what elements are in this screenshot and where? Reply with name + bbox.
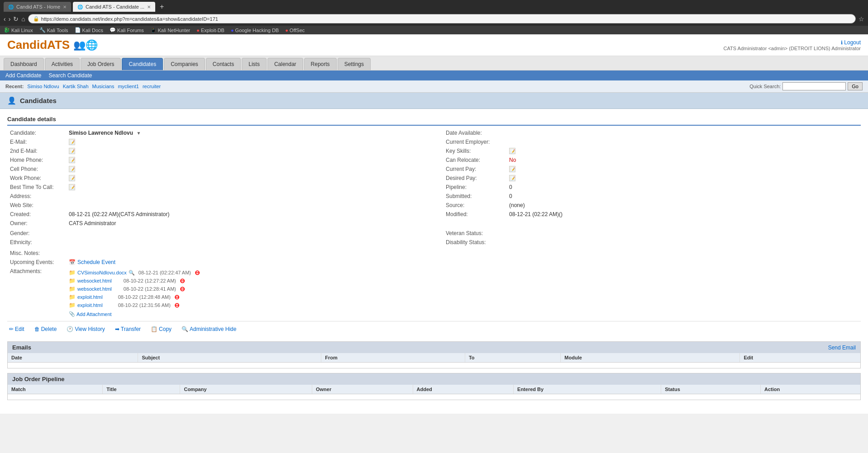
app-header: CandidATS 👥🌐 ℹ Logout CATS Administrator… xyxy=(0,34,868,56)
email-label: E-Mail: xyxy=(7,137,66,146)
cell-phone-row: Cell Phone: 📝 xyxy=(7,165,425,174)
nav-item-reports[interactable]: Reports xyxy=(304,58,337,70)
nav-item-activities[interactable]: Activities xyxy=(45,58,80,70)
attachment-link-2[interactable]: websocket.html xyxy=(77,286,112,292)
delete-button[interactable]: 🗑 Delete xyxy=(33,325,59,333)
sub-nav-search-candidate[interactable]: Search Candidate xyxy=(48,72,92,79)
emails-table: Date Subject From To Module Edit xyxy=(8,353,860,368)
bookmark-kali-forums[interactable]: 💬Kali Forums xyxy=(110,27,144,33)
owner-row: Owner: CATS Administrator xyxy=(7,219,425,228)
website-row: Web Site: xyxy=(7,201,425,210)
attachment-delete-icon-4[interactable]: ⊖ xyxy=(174,302,180,309)
transfer-button[interactable]: ➡ Transfer xyxy=(113,325,143,333)
pipeline-header: Job Order Pipeline xyxy=(8,373,860,385)
nav-item-dashboard[interactable]: Dashboard xyxy=(4,58,44,70)
bookmark-kali-linux[interactable]: 🐉Kali Linux xyxy=(4,27,33,33)
quick-search-go-button[interactable]: Go xyxy=(848,82,863,90)
home-phone-edit-icon[interactable]: 📝 xyxy=(69,157,75,163)
email2-edit-icon[interactable]: 📝 xyxy=(69,148,75,154)
pipeline-value: 0 xyxy=(506,183,861,192)
cell-phone-edit-icon[interactable]: 📝 xyxy=(69,166,75,172)
cell-phone-cell: 📝 xyxy=(66,165,425,174)
bookmark-kali-docs[interactable]: 📄Kali Docs xyxy=(75,27,103,33)
dropdown-arrow-icon[interactable]: ▼ xyxy=(136,131,141,136)
desired-pay-edit-icon[interactable]: 📝 xyxy=(509,175,515,181)
recent-item-simiso[interactable]: Simiso Ndlovu xyxy=(27,84,59,89)
can-relocate-label: Can Relocate: xyxy=(443,156,506,165)
add-attachment-link[interactable]: 📎 Add Attachment xyxy=(69,311,112,317)
recent-item-myclient1[interactable]: myclient1 xyxy=(118,84,138,89)
current-pay-edit-icon[interactable]: 📝 xyxy=(509,166,515,172)
attachment-link-3[interactable]: exploit.html xyxy=(77,294,103,300)
attachment-delete-icon-0[interactable]: ⊖ xyxy=(195,269,200,276)
bookmark-star-button[interactable]: ☆ xyxy=(858,15,864,23)
veteran-right: Veteran Status: Disability Status: xyxy=(443,229,861,247)
gender-left: Gender: Ethnicity: xyxy=(7,229,425,247)
submitted-label: Submitted: xyxy=(443,192,506,201)
bookmark-offsec[interactable]: ●OffSec xyxy=(285,28,305,33)
bookmark-exploit-db[interactable]: ●Exploit-DB xyxy=(196,28,224,33)
nav-item-settings[interactable]: Settings xyxy=(338,58,371,70)
tab-close-icon[interactable]: ✕ xyxy=(63,5,67,9)
attachment-delete-icon-2[interactable]: ⊖ xyxy=(180,285,185,293)
recent-item-recruiter[interactable]: recruiter xyxy=(143,84,161,89)
view-history-button[interactable]: 🕐 View History xyxy=(65,325,106,333)
nav-item-contacts[interactable]: Contacts xyxy=(206,58,241,70)
nav-item-companies[interactable]: Companies xyxy=(164,58,205,70)
sub-nav-add-candidate[interactable]: Add Candidate xyxy=(5,72,41,79)
attachment-search-icon-0[interactable]: 🔍 xyxy=(129,270,135,276)
nav-item-lists[interactable]: Lists xyxy=(242,58,267,70)
reload-button[interactable]: ↻ xyxy=(13,15,19,23)
attachment-delete-icon-3[interactable]: ⊖ xyxy=(174,293,180,301)
bookmark-kali-nethunter[interactable]: 📱Kali NetHunter xyxy=(150,27,191,33)
candidate-row: Candidate: Simiso Lawrence Ndlovu ▼ xyxy=(7,128,425,137)
attachment-link-4[interactable]: exploit.html xyxy=(77,302,103,308)
send-email-button[interactable]: Send Email xyxy=(828,344,856,351)
key-skills-edit-icon[interactable]: 📝 xyxy=(509,148,515,154)
edit-button[interactable]: ✏ Edit xyxy=(7,325,26,333)
created-label: Created: xyxy=(7,210,66,219)
address-bar[interactable]: 🔒 https://demo.candidats.net/index.php?m… xyxy=(28,14,856,24)
pipeline-section: Job Order Pipeline Match Title Company O… xyxy=(7,373,861,400)
new-tab-button[interactable]: + xyxy=(157,3,167,11)
forward-button[interactable]: › xyxy=(9,15,11,23)
work-phone-edit-icon[interactable]: 📝 xyxy=(69,175,75,181)
attachments-row: Attachments: 📁 CVSimisoNdlovu.docx 🔍 08-… xyxy=(7,267,861,318)
tab-close-icon-2[interactable]: ✕ xyxy=(147,5,151,9)
admin-hide-button[interactable]: 🔍 Administrative Hide xyxy=(180,325,238,333)
nav-item-job-orders[interactable]: Job Orders xyxy=(81,58,121,70)
can-relocate-no: No xyxy=(509,157,516,163)
quick-search-input[interactable] xyxy=(782,82,846,90)
bookmark-kali-tools[interactable]: 🔧Kali Tools xyxy=(39,27,68,33)
schedule-event-link[interactable]: 📅 Schedule Event xyxy=(69,259,115,265)
copy-button[interactable]: 📋 Copy xyxy=(149,325,173,333)
back-button[interactable]: ‹ xyxy=(4,15,6,23)
home-button[interactable]: ⌂ xyxy=(21,15,25,23)
logo-text: CandidATS xyxy=(7,38,70,52)
pipeline-col-title: Title xyxy=(103,385,180,394)
email2-label: 2nd E-Mail: xyxy=(7,146,66,156)
gender-table: Gender: Ethnicity: xyxy=(7,229,425,247)
emails-col-edit: Edit xyxy=(740,353,860,363)
email-edit-icon[interactable]: 📝 xyxy=(69,139,75,145)
pipeline-table: Match Title Company Owner Added Entered … xyxy=(8,385,860,400)
recent-item-kartik[interactable]: Kartik Shah xyxy=(63,84,89,89)
attachment-folder-icon-1: 📁 xyxy=(69,278,76,284)
tab-home[interactable]: 🌐 Candid ATS - Home ✕ xyxy=(4,2,71,12)
nav-item-calendar[interactable]: Calendar xyxy=(267,58,303,70)
logout-link[interactable]: ℹ Logout xyxy=(724,39,861,46)
recent-label: Recent: xyxy=(5,84,24,89)
delete-icon: 🗑 xyxy=(34,326,40,332)
recent-item-musicians[interactable]: Musicians xyxy=(92,84,114,89)
attachment-link-0[interactable]: CVSimisoNdlovu.docx xyxy=(77,270,127,275)
attachment-delete-icon-1[interactable]: ⊖ xyxy=(180,277,185,284)
attachment-link-1[interactable]: websocket.html xyxy=(77,278,112,283)
email-row: E-Mail: 📝 xyxy=(7,137,425,146)
best-time-edit-icon[interactable]: 📝 xyxy=(69,184,75,190)
nav-item-candidates[interactable]: Candidates xyxy=(122,58,163,70)
user-info: CATS Administrator <admin> (DETROIT LION… xyxy=(724,46,861,51)
tab-candidate[interactable]: 🌐 Candid ATS - Candidate ... ✕ xyxy=(73,2,155,12)
bookmark-google-hacking-db[interactable]: ●Google Hacking DB xyxy=(231,28,279,33)
user-info-area: ℹ Logout CATS Administrator <admin> (DET… xyxy=(724,39,861,51)
current-employer-value xyxy=(506,137,861,146)
